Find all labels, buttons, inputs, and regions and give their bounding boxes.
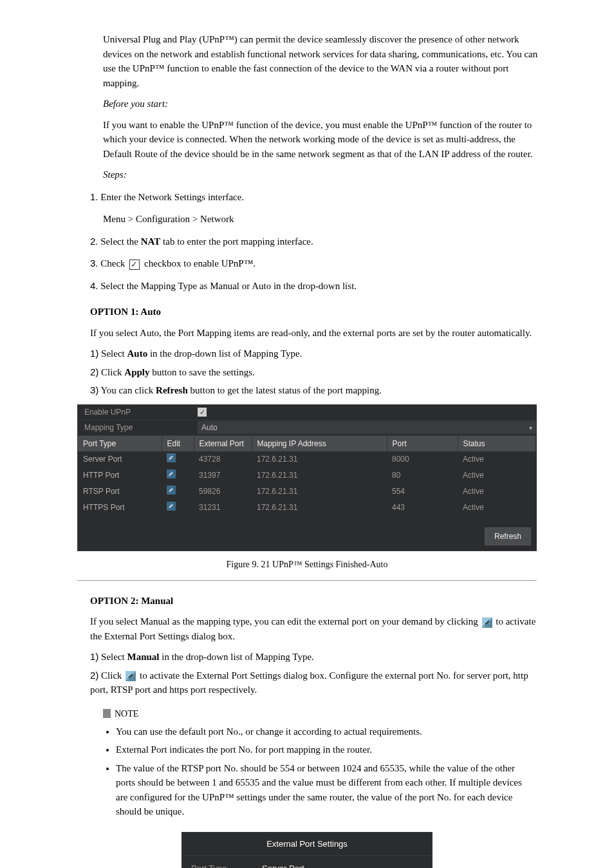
- enable-upnp-checkbox[interactable]: ✓: [198, 408, 207, 417]
- paragraph-desc: Universal Plug and Play (UPnP™) can perm…: [103, 32, 543, 90]
- th-external-port: External Port: [194, 436, 252, 451]
- note-box: NOTE You can use the default port No., o…: [103, 707, 524, 819]
- edit-icon[interactable]: [167, 469, 176, 478]
- steps-label: Steps:: [103, 167, 543, 182]
- table-row: RTSP Port59826172.6.21.31554Active: [78, 484, 536, 500]
- cell-external-port: 43728: [194, 451, 252, 467]
- dialog-title: External Port Settings: [182, 833, 432, 856]
- option2-header: OPTION 2: Manual: [90, 594, 543, 609]
- mapping-type-select[interactable]: Auto ▾: [198, 421, 536, 434]
- th-port-type: Port Type: [78, 436, 162, 451]
- table-row: HTTPS Port31231172.6.21.31443Active: [78, 500, 536, 516]
- cell-port-type: RTSP Port: [78, 484, 162, 500]
- step-3: 3. Check checkbox to enable UPnP™.: [90, 256, 543, 271]
- cell-edit[interactable]: [162, 484, 194, 500]
- figure-1-caption: Figure 9. 21 UPnP™ Settings Finished-Aut…: [51, 558, 563, 571]
- cell-edit[interactable]: [162, 451, 194, 467]
- opt1-step3: 3) You can click Refresh button to get t…: [90, 383, 543, 398]
- edit-icon[interactable]: [167, 453, 176, 462]
- separator: [77, 580, 537, 581]
- cell-mapping-ip: 172.6.21.31: [252, 500, 387, 516]
- edit-icon: [482, 618, 492, 628]
- step-3-part2: checkbox to enable UPnP™.: [144, 258, 256, 269]
- cell-mapping-ip: 172.6.21.31: [252, 467, 387, 484]
- opt2-step1: 1) Select Manual in the drop-down list o…: [90, 650, 543, 665]
- cell-mapping-ip: 172.6.21.31: [252, 484, 387, 500]
- cell-edit[interactable]: [162, 467, 194, 484]
- mapping-type-label: Mapping Type: [78, 422, 194, 433]
- cell-edit[interactable]: [162, 500, 194, 516]
- cell-status: Active: [458, 484, 536, 500]
- note-item: The value of the RTSP port No. should be…: [116, 761, 524, 819]
- note-item: External Port indicates the port No. for…: [116, 742, 524, 757]
- option1-desc: If you select Auto, the Port Mapping ite…: [90, 326, 543, 341]
- edit-icon[interactable]: [167, 502, 176, 511]
- cell-mapping-ip: 172.6.21.31: [252, 451, 387, 467]
- note-item: You can use the default port No., or cha…: [116, 724, 524, 739]
- cell-status: Active: [458, 467, 536, 484]
- port-mapping-table: Port Type Edit External Port Mapping IP …: [78, 436, 536, 516]
- refresh-button[interactable]: Refresh: [485, 527, 531, 545]
- dialog-port-type-label: Port Type: [191, 862, 262, 868]
- external-port-settings-dialog: External Port Settings Port Type Server …: [181, 832, 433, 869]
- step-2-text: Select the NAT tab to enter the port map…: [100, 236, 313, 247]
- step-3-part1: Check: [100, 258, 127, 269]
- cell-port-type: HTTP Port: [78, 467, 162, 484]
- mapping-type-row: Mapping Type Auto ▾: [78, 420, 536, 436]
- cell-port: 80: [387, 467, 458, 484]
- cell-port: 554: [387, 484, 458, 500]
- step-1-text: Enter the Network Settings interface.: [100, 192, 244, 202]
- enable-upnp-row: Enable UPnP ✓: [78, 405, 536, 420]
- edit-icon: [126, 671, 136, 681]
- option1-header: OPTION 1: Auto: [90, 305, 543, 319]
- dialog-port-type-value: Server Port: [262, 862, 423, 868]
- th-mapping-ip: Mapping IP Address: [252, 436, 387, 451]
- before-start-label: Before you start:: [103, 99, 168, 109]
- table-row: HTTP Port31397172.6.21.3180Active: [78, 467, 536, 484]
- step-num: 2.: [90, 236, 98, 247]
- step-2: 2. Select the NAT tab to enter the port …: [90, 234, 543, 249]
- step-1-path: Menu > Configuration > Network: [103, 212, 543, 227]
- opt1-step1: 1) Select Auto in the drop-down list of …: [90, 346, 543, 361]
- mapping-type-value: Auto: [201, 422, 218, 433]
- note-bar-icon: [103, 709, 111, 718]
- step-num: 1.: [90, 191, 98, 202]
- panel-footer: Refresh: [78, 522, 536, 551]
- th-port: Port: [387, 436, 458, 451]
- th-status: Status: [458, 436, 536, 451]
- cell-status: Active: [458, 451, 536, 467]
- cell-status: Active: [458, 500, 536, 516]
- paragraph-intro: If you want to enable the UPnP™ function…: [103, 118, 543, 162]
- th-edit: Edit: [162, 436, 194, 451]
- step-num: 4.: [90, 280, 98, 291]
- table-row: Server Port43728172.6.21.318000Active: [78, 451, 536, 467]
- enable-upnp-label: Enable UPnP: [78, 406, 194, 418]
- step-num: 3.: [90, 258, 98, 269]
- step-4-text: Select the Mapping Type as Manual or Aut…: [100, 281, 357, 291]
- cell-external-port: 59826: [194, 484, 252, 500]
- cell-port-type: HTTPS Port: [78, 500, 162, 516]
- before-start-line: Before you start:: [103, 97, 543, 111]
- opt2-step2: 2) 2) Click Click to activate the Extern…: [90, 668, 543, 697]
- checkbox-icon: [129, 259, 140, 270]
- opt2-step2-rest: to activate the External Port Settings d…: [90, 670, 528, 695]
- edit-icon[interactable]: [167, 486, 176, 495]
- cell-port: 443: [387, 500, 458, 516]
- step-4: 4. Select the Mapping Type as Manual or …: [90, 279, 543, 294]
- cell-external-port: 31231: [194, 500, 252, 516]
- chevron-down-icon: ▾: [529, 423, 532, 433]
- option2-desc: If you select Manual as the mapping type…: [90, 614, 543, 643]
- cell-port: 8000: [387, 451, 458, 467]
- step-1: 1. Enter the Network Settings interface.: [90, 190, 543, 205]
- dialog-port-type-row: Port Type Server Port: [191, 860, 423, 868]
- cell-port-type: Server Port: [78, 451, 162, 467]
- upnp-settings-panel: Enable UPnP ✓ Mapping Type Auto ▾ Port T…: [77, 404, 537, 551]
- opt1-step2: 2) Click Apply button to save the settin…: [90, 365, 543, 380]
- cell-external-port: 31397: [194, 467, 252, 484]
- note-label: NOTE: [115, 707, 138, 721]
